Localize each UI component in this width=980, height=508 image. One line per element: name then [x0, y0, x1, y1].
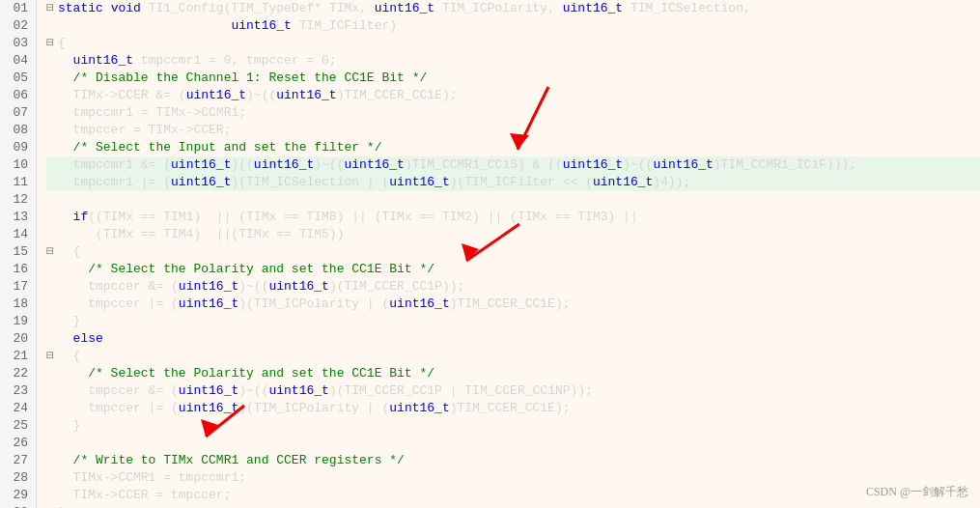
watermark: CSDN @一剑解千愁 [866, 484, 968, 500]
fold-icon [46, 278, 58, 296]
line-number: 17 [8, 278, 28, 296]
line-number: 21 [8, 348, 28, 365]
fold-icon [46, 417, 58, 435]
line-number: 06 [8, 87, 28, 104]
code-line: tmpccmr1 = TIMx->CCMR1; [46, 104, 980, 122]
code-line [46, 435, 980, 452]
code-line: } [46, 417, 980, 435]
line-number: 29 [8, 487, 28, 504]
line-number: 01 [8, 0, 28, 17]
line-number: 16 [8, 261, 28, 278]
fold-icon [46, 382, 58, 400]
line-number: 14 [8, 226, 28, 243]
code-line: } [46, 504, 980, 508]
code-container: 0102030405060708091011121314151617181920… [0, 0, 980, 508]
line-number: 13 [8, 209, 28, 226]
code-line: ⊟ { [46, 348, 980, 365]
fold-icon [46, 487, 58, 504]
fold-icon [46, 52, 58, 70]
line-number: 04 [8, 52, 28, 70]
line-number: 26 [8, 435, 28, 452]
fold-icon [46, 330, 58, 348]
line-number: 07 [8, 104, 28, 122]
line-number: 05 [8, 70, 28, 87]
fold-icon[interactable]: ⊟ [46, 348, 58, 365]
code-line: tmpccer &= (uint16_t)~((uint16_t)(TIM_CC… [46, 382, 980, 400]
code-line: ⊟ { [46, 243, 980, 261]
line-number: 23 [8, 382, 28, 400]
code-line: ⊟{ [46, 35, 980, 52]
line-number: 02 [8, 17, 28, 35]
code-line: tmpccer &= (uint16_t)~((uint16_t)(TIM_CC… [46, 278, 980, 296]
fold-icon [46, 435, 58, 452]
fold-icon [46, 174, 58, 191]
line-number: 12 [8, 191, 28, 209]
code-line: tmpccer |= (uint16_t)(TIM_ICPolarity | (… [46, 296, 980, 313]
line-number: 22 [8, 365, 28, 382]
fold-icon [46, 261, 58, 278]
fold-icon [46, 139, 58, 156]
code-line: } [46, 313, 980, 330]
line-number: 15 [8, 243, 28, 261]
fold-icon [46, 313, 58, 330]
code-line: TIMx->CCER = tmpccer; [46, 487, 980, 504]
code-content[interactable]: ⊟static void TI1_Config(TIM_TypeDef* TIM… [37, 0, 980, 508]
code-line: tmpccer |= (uint16_t)(TIM_ICPolarity | (… [46, 400, 980, 417]
line-number: 25 [8, 417, 28, 435]
code-line: ⊟static void TI1_Config(TIM_TypeDef* TIM… [46, 0, 980, 17]
code-line [46, 191, 980, 209]
line-number: 10 [8, 156, 28, 174]
line-number: 24 [8, 400, 28, 417]
code-line: uint16_t tmpccmr1 = 0, tmpccer = 0; [46, 52, 980, 70]
fold-icon [46, 226, 58, 243]
fold-icon [46, 17, 58, 35]
line-number: 03 [8, 35, 28, 52]
line-number: 19 [8, 313, 28, 330]
code-line: (TIMx == TIM4) ||(TIMx == TIM5)) [46, 226, 980, 243]
code-line: /* Select the Polarity and set the CC1E … [46, 365, 980, 382]
code-line: else [46, 330, 980, 348]
code-line: tmpccmr1 |= (uint16_t)(TIM_ICSelection |… [46, 174, 980, 191]
line-number: 30 [8, 504, 28, 508]
fold-icon [46, 191, 58, 209]
fold-icon [46, 156, 58, 174]
code-line: /* Select the Polarity and set the CC1E … [46, 261, 980, 278]
line-number: 28 [8, 469, 28, 487]
line-number: 11 [8, 174, 28, 191]
fold-icon[interactable]: ⊟ [46, 0, 58, 17]
fold-icon [46, 122, 58, 139]
line-number: 20 [8, 330, 28, 348]
fold-icon [46, 70, 58, 87]
code-line: if((TIMx == TIM1) || (TIMx == TIM8) || (… [46, 209, 980, 226]
code-area: 0102030405060708091011121314151617181920… [0, 0, 980, 508]
code-line: tmpccer = TIMx->CCER; [46, 122, 980, 139]
fold-icon [46, 452, 58, 469]
code-line: uint16_t TIM_ICFilter) [46, 17, 980, 35]
code-line: /* Select the Input and set the filter *… [46, 139, 980, 156]
line-number: 09 [8, 139, 28, 156]
fold-icon [46, 365, 58, 382]
fold-icon [46, 469, 58, 487]
fold-icon [46, 104, 58, 122]
fold-icon [46, 504, 58, 508]
fold-icon [46, 296, 58, 313]
fold-icon [46, 87, 58, 104]
code-line: /* Disable the Channel 1: Reset the CC1E… [46, 70, 980, 87]
fold-icon[interactable]: ⊟ [46, 35, 58, 52]
code-line: TIMx->CCER &= (uint16_t)~((uint16_t)TIM_… [46, 87, 980, 104]
line-numbers: 0102030405060708091011121314151617181920… [0, 0, 37, 508]
fold-icon [46, 400, 58, 417]
line-number: 08 [8, 122, 28, 139]
line-number: 27 [8, 452, 28, 469]
code-line: TIMx->CCMR1 = tmpccmr1; [46, 469, 980, 487]
fold-icon[interactable]: ⊟ [46, 243, 58, 261]
line-number: 18 [8, 296, 28, 313]
fold-icon [46, 209, 58, 226]
code-line: /* Write to TIMx CCMR1 and CCER register… [46, 452, 980, 469]
code-line: tmpccmr1 &= (uint16_t)((uint16_t)~((uint… [46, 156, 980, 174]
